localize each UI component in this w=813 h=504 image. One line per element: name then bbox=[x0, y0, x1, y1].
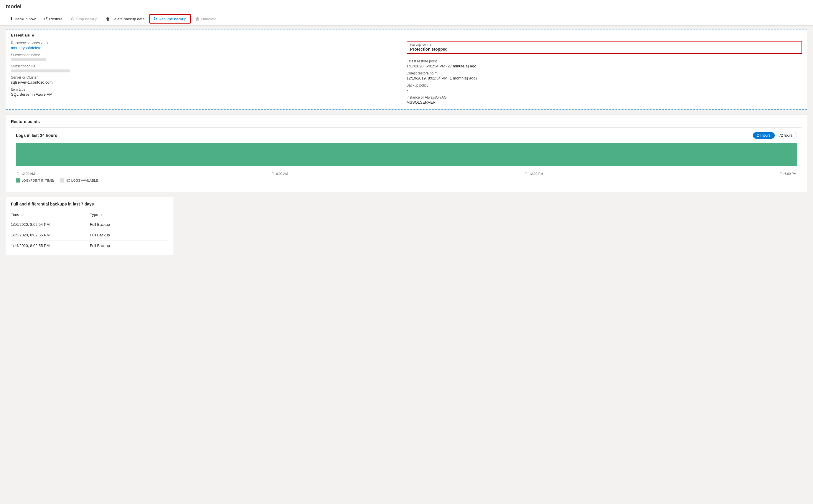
backup-now-button[interactable]: ⬆ Backup now bbox=[6, 15, 39, 23]
chart-area bbox=[16, 143, 797, 170]
row-2-type: Full Backup bbox=[90, 243, 169, 248]
chart-legend: LOG (POINT IN TIME) NO LOGS AVAILABLE bbox=[16, 178, 797, 183]
stop-backup-icon: ⊘ bbox=[71, 16, 74, 21]
col-header-type: Type ↑↓ bbox=[90, 212, 169, 217]
recovery-vault-field: Recovery services vault mercurysoftdelet… bbox=[11, 41, 407, 50]
restore-button[interactable]: ↺ Restore bbox=[40, 15, 66, 23]
undelete-icon: 🗑 bbox=[195, 16, 200, 21]
item-type-field: Item type SQL Server in Azure VM bbox=[11, 87, 407, 97]
table-row: 1/14/2020, 8:02:55 PM Full Backup bbox=[11, 241, 169, 251]
essentials-section: Essentials ∧ Recovery services vault mer… bbox=[6, 29, 807, 110]
oldest-restore-field: Oldest restore point 12/10/2019, 8:02:54… bbox=[407, 71, 802, 80]
chart-bar bbox=[16, 143, 797, 166]
sort-icon-time[interactable]: ↑↓ bbox=[20, 213, 23, 216]
row-1-type: Full Backup bbox=[90, 233, 169, 237]
restore-icon: ↺ bbox=[44, 16, 48, 22]
resume-backup-button[interactable]: ↻ Resume backup bbox=[149, 14, 190, 24]
latest-restore-field: Latest restore point 1/17/2020, 6:01:34 … bbox=[407, 59, 802, 68]
sort-icon-type[interactable]: ↑↓ bbox=[99, 213, 102, 216]
toolbar: ⬆ Backup now ↺ Restore ⊘ Stop backup 🗑 D… bbox=[0, 12, 813, 26]
essentials-right: Backup Status Protection stopped Latest … bbox=[407, 41, 802, 105]
backup-now-icon: ⬆ bbox=[9, 16, 13, 21]
logs-card: Logs in last 24 hours 24 hours 72 hours … bbox=[11, 127, 802, 187]
main-content: Essentials ∧ Recovery services vault mer… bbox=[0, 29, 813, 256]
backup-policy-field: Backup policy - bbox=[407, 83, 802, 92]
legend-item-log: LOG (POINT IN TIME) bbox=[16, 178, 54, 183]
row-0-type: Full Backup bbox=[90, 222, 169, 227]
subscription-name-field: Subscription name bbox=[11, 53, 407, 61]
chart-labels: Fri 12:00 AM Fri 6:00 AM Fri 12:00 PM Fr… bbox=[16, 172, 797, 175]
legend-color-nologs bbox=[60, 178, 64, 183]
time-toggle: 24 hours 72 hours bbox=[753, 132, 797, 139]
chart-label-0: Fri 12:00 AM bbox=[16, 172, 35, 175]
row-1-time: 1/15/2020, 8:02:56 PM bbox=[11, 233, 90, 237]
row-0-time: 1/16/2020, 8:02:54 PM bbox=[11, 222, 90, 227]
recovery-vault-link[interactable]: mercurysoftdelete bbox=[11, 46, 407, 50]
legend-label-nologs: NO LOGS AVAILABLE bbox=[65, 179, 98, 182]
col-header-time: Time ↑↓ bbox=[11, 212, 90, 217]
full-diff-section: Full and differential backups in last 7 … bbox=[6, 197, 174, 256]
logs-header: Logs in last 24 hours 24 hours 72 hours bbox=[16, 132, 797, 139]
page-title: model bbox=[0, 0, 813, 12]
legend-color-log bbox=[16, 178, 20, 183]
table-row: 1/16/2020, 8:02:54 PM Full Backup bbox=[11, 219, 169, 230]
row-2-time: 1/14/2020, 8:02:55 PM bbox=[11, 243, 90, 248]
restore-points-title: Restore points bbox=[11, 119, 802, 124]
subscription-name-placeholder bbox=[11, 58, 46, 61]
subscription-id-field: Subscription ID bbox=[11, 64, 407, 72]
chart-label-2: Fri 12:00 PM bbox=[524, 172, 543, 175]
essentials-grid: Recovery services vault mercurysoftdelet… bbox=[11, 41, 802, 105]
table-row: 1/15/2020, 8:02:56 PM Full Backup bbox=[11, 230, 169, 241]
stop-backup-button[interactable]: ⊘ Stop backup bbox=[67, 15, 101, 23]
essentials-header: Essentials ∧ bbox=[11, 33, 802, 37]
full-diff-title: Full and differential backups in last 7 … bbox=[11, 202, 169, 206]
subscription-id-placeholder bbox=[11, 69, 70, 72]
server-cluster-field: Server or Cluster sqlserver-1.contoso.co… bbox=[11, 75, 407, 84]
24-hours-button[interactable]: 24 hours bbox=[753, 132, 775, 139]
chart-label-1: Fri 6:00 AM bbox=[272, 172, 288, 175]
delete-backup-icon: 🗑 bbox=[106, 16, 110, 21]
undelete-button[interactable]: 🗑 Undelete bbox=[192, 15, 220, 23]
resume-backup-icon: ↻ bbox=[153, 16, 157, 21]
legend-label-log: LOG (POINT IN TIME) bbox=[21, 179, 54, 182]
backup-status-box: Backup Status Protection stopped bbox=[407, 41, 802, 54]
restore-points-section: Restore points Logs in last 24 hours 24 … bbox=[6, 114, 807, 192]
instance-field: Instance or AlwaysOn AG MSSQLSERVER bbox=[407, 95, 802, 105]
logs-title: Logs in last 24 hours bbox=[16, 133, 57, 138]
chart-label-3: Fri 6:00 PM bbox=[780, 172, 797, 175]
72-hours-button[interactable]: 72 hours bbox=[775, 132, 797, 139]
table-header: Time ↑↓ Type ↑↓ bbox=[11, 210, 169, 219]
delete-backup-data-button[interactable]: 🗑 Delete backup data bbox=[102, 15, 148, 23]
legend-item-nologs: NO LOGS AVAILABLE bbox=[60, 178, 98, 183]
chevron-up-icon: ∧ bbox=[32, 33, 34, 37]
essentials-left: Recovery services vault mercurysoftdelet… bbox=[11, 41, 407, 105]
